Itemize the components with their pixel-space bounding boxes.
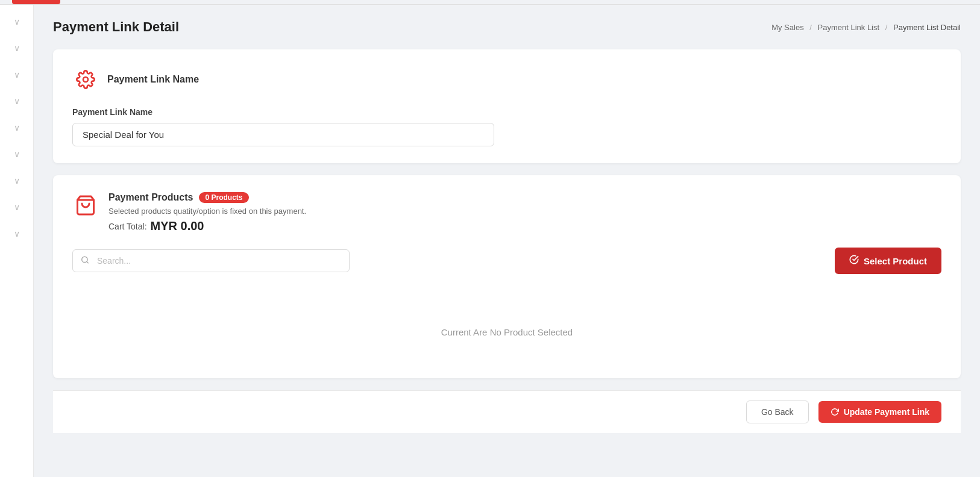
cart-total-row: Cart Total: MYR 0.00 [108, 219, 941, 233]
breadcrumb-item-2[interactable]: Payment Link List [818, 23, 880, 32]
gear-icon-container [72, 66, 99, 93]
breadcrumb-item-1[interactable]: My Sales [771, 23, 803, 32]
products-count-badge: 0 Products [199, 192, 248, 203]
breadcrumb-separator-1: / [809, 23, 812, 32]
product-search-input[interactable] [72, 249, 350, 272]
products-title: Payment Products [108, 192, 193, 203]
products-description: Selected products quatity/option is fixe… [108, 207, 941, 216]
update-payment-link-button[interactable]: Update Payment Link [818, 401, 941, 423]
bottom-bar: Go Back Update Payment Link [53, 390, 961, 433]
go-back-label: Go Back [761, 407, 794, 417]
sidebar-chevron-1[interactable]: ∨ [0, 14, 33, 29]
basket-icon [75, 195, 96, 216]
sidebar-chevron-2[interactable]: ∨ [0, 41, 33, 55]
page-header: Payment Link Detail My Sales / Payment L… [53, 19, 961, 35]
card-section-title-1: Payment Link Name [107, 74, 199, 85]
products-title-row: Payment Products 0 Products [108, 192, 941, 203]
cart-total-amount: MYR 0.00 [151, 219, 204, 233]
select-product-label: Select Product [864, 256, 927, 266]
sidebar-chevron-9[interactable]: ∨ [0, 226, 33, 241]
products-info: Payment Products 0 Products Selected pro… [108, 192, 941, 233]
svg-point-0 [83, 77, 88, 82]
refresh-icon [831, 408, 839, 416]
check-circle-icon [849, 255, 859, 267]
search-icon [81, 256, 89, 266]
sidebar-chevron-3[interactable]: ∨ [0, 67, 33, 82]
sidebar: ∨ ∨ ∨ ∨ ∨ ∨ ∨ ∨ ∨ [0, 5, 34, 477]
payment-products-card: Payment Products 0 Products Selected pro… [53, 175, 961, 378]
svg-line-3 [87, 261, 89, 263]
select-product-button[interactable]: Select Product [835, 248, 941, 274]
empty-state-message: Current Are No Product Selected [441, 327, 573, 337]
update-label: Update Payment Link [844, 407, 929, 417]
gear-icon [76, 70, 95, 89]
sidebar-chevron-4[interactable]: ∨ [0, 94, 33, 108]
card-section-header-1: Payment Link Name [72, 66, 941, 93]
page-title: Payment Link Detail [53, 19, 179, 35]
sidebar-chevron-5[interactable]: ∨ [0, 120, 33, 135]
go-back-button[interactable]: Go Back [746, 401, 809, 423]
basket-icon-container [72, 192, 99, 219]
cart-total-label: Cart Total: [108, 222, 147, 231]
empty-state: Current Are No Product Selected [72, 291, 941, 361]
sidebar-chevron-7[interactable]: ∨ [0, 173, 33, 188]
payment-link-name-label: Payment Link Name [72, 107, 941, 117]
sidebar-chevron-6[interactable]: ∨ [0, 147, 33, 161]
breadcrumb-separator-2: / [885, 23, 888, 32]
sidebar-chevron-8[interactable]: ∨ [0, 200, 33, 214]
breadcrumb: My Sales / Payment Link List / Payment L… [771, 23, 961, 32]
payment-products-header: Payment Products 0 Products Selected pro… [72, 192, 941, 233]
search-wrapper [72, 249, 350, 272]
breadcrumb-item-3: Payment List Detail [893, 23, 961, 32]
main-content: Payment Link Detail My Sales / Payment L… [34, 5, 980, 477]
payment-link-name-input[interactable] [72, 123, 494, 146]
search-and-button-row: Select Product [72, 248, 941, 274]
payment-link-name-card: Payment Link Name Payment Link Name [53, 49, 961, 163]
